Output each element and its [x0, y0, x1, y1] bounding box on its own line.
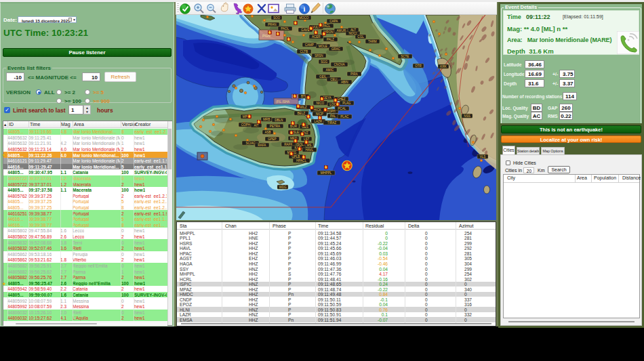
svg-text:DBLN: DBLN	[275, 119, 283, 122]
svg-text:TOPH: TOPH	[327, 110, 336, 113]
svg-text:MOLE: MOLE	[319, 45, 327, 48]
svg-text:NICO: NICO	[317, 102, 325, 105]
svg-text:CNOVA: CNOVA	[334, 63, 346, 66]
svg-text:PIRA: PIRA	[350, 72, 359, 76]
svg-text:HICK: HICK	[314, 108, 322, 112]
svg-text:CGL: CGL	[357, 35, 364, 39]
svg-text:ASB: ASB	[264, 131, 270, 134]
svg-text:GPEP: GPEP	[268, 137, 277, 141]
svg-text:TIRAZ: TIRAZ	[327, 121, 336, 125]
svg-text:LST: LST	[304, 137, 310, 141]
svg-text:MOCO: MOCO	[299, 16, 309, 20]
svg-text:RAFA: RAFA	[258, 144, 266, 147]
svg-text:CAMP: CAMP	[305, 43, 314, 47]
svg-text:SOO: SOO	[273, 16, 281, 20]
svg-text:GAVE: GAVE	[301, 28, 309, 32]
svg-text:MILZ: MILZ	[300, 106, 307, 109]
svg-text:GRAC: GRAC	[331, 47, 341, 51]
svg-text:SRSN: SRSN	[315, 54, 323, 58]
svg-text:COPH: COPH	[241, 123, 250, 127]
svg-text:(FIL.ISHA: (FIL.ISHA	[276, 100, 290, 104]
svg-text:RAFF: RAFF	[284, 143, 292, 146]
svg-text:AIT: AIT	[254, 124, 259, 127]
svg-text:OTR: OTR	[415, 64, 422, 68]
svg-text:PRAN: PRAN	[268, 23, 277, 26]
svg-text:GEYA: GEYA	[323, 96, 331, 100]
svg-text:TARM: TARM	[368, 40, 377, 43]
svg-text:PLAC: PLAC	[340, 115, 349, 119]
svg-text:MHPPL: MHPPL	[321, 171, 332, 175]
svg-text:ALT: ALT	[350, 28, 356, 32]
svg-text:HPACL: HPACL	[296, 159, 306, 163]
svg-text:PAOL: PAOL	[281, 27, 289, 30]
svg-text:SCTE: SCTE	[401, 55, 409, 58]
svg-text:NSS: NSS	[464, 114, 470, 118]
svg-text:ACER: ACER	[312, 35, 321, 39]
svg-text:AMUR: AMUR	[337, 29, 346, 33]
svg-text:WDG: WDG	[279, 186, 287, 189]
svg-text:PCAL: PCAL	[338, 107, 346, 110]
svg-text:CAPA: CAPA	[329, 20, 338, 23]
svg-text:SGG: SGG	[321, 60, 328, 64]
svg-text:PAL: PAL	[330, 114, 336, 118]
svg-text:MRB: MRB	[263, 118, 270, 121]
svg-text:BTL: BTL	[301, 95, 307, 98]
svg-text:PACL: PACL	[322, 24, 330, 28]
svg-text:CELI: CELI	[330, 78, 337, 81]
svg-text:PLAG: PLAG	[342, 102, 351, 105]
svg-text:GEIL: GEIL	[319, 75, 327, 79]
svg-text:BELZ: BELZ	[298, 112, 306, 115]
svg-text:PIGN: PIGN	[262, 35, 270, 38]
svg-text:VLS: VLS	[480, 155, 486, 158]
svg-text:NICP: NICP	[316, 112, 323, 116]
svg-text:PALZ: PALZ	[327, 38, 334, 41]
svg-text:SCIAC: SCIAC	[245, 142, 256, 145]
svg-text:LOC: LOC	[329, 103, 336, 106]
svg-text:KRK: KRK	[440, 65, 447, 68]
svg-text:LAZR: LAZR	[314, 120, 322, 123]
svg-text:i: i	[304, 5, 306, 13]
svg-text:ABIN: ABIN	[341, 81, 348, 84]
svg-text:GHEZ: GHEZ	[337, 98, 346, 101]
svg-text:AMIC: AMIC	[326, 68, 334, 72]
svg-text:CLTB: CLTB	[300, 50, 308, 54]
svg-text:PETRA: PETRA	[270, 125, 281, 128]
svg-text:HAVL: HAVL	[305, 148, 313, 152]
